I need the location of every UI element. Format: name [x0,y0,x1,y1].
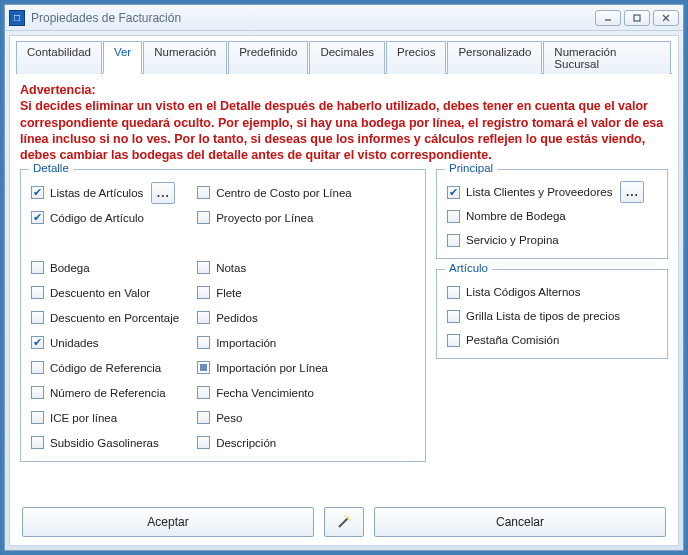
close-button[interactable] [653,10,679,26]
checkbox-label: Código de Artículo [50,212,144,224]
warning-body: Si decides eliminar un visto en el Detal… [20,99,663,162]
tab-ver[interactable]: Ver [103,41,142,74]
checkbox-label: Listas de Artículos [50,187,143,199]
checkbox-label: Proyecto por Línea [216,212,313,224]
dialog-buttons: Aceptar Cancelar [16,497,672,539]
checkbox[interactable] [31,411,44,424]
checkbox[interactable] [447,310,460,323]
svg-line-4 [339,518,348,527]
checkbox[interactable] [31,436,44,449]
checkbox-label: Flete [216,287,242,299]
legend-articulo: Artículo [445,262,492,274]
tab-precios[interactable]: Precios [386,41,446,74]
checkbox[interactable] [197,411,210,424]
window-title: Propiedades de Facturación [31,11,592,25]
checkbox-row: Importación [197,330,352,355]
svg-rect-1 [634,15,640,21]
checkbox-row: Lista Códigos Alternos [447,280,657,304]
checkbox-row: Importación por Línea [197,355,352,380]
checkbox[interactable] [31,211,44,224]
checkbox-label: Unidades [50,337,99,349]
checkbox[interactable] [197,186,210,199]
checkbox[interactable] [31,186,44,199]
checkbox[interactable] [447,210,460,223]
checkbox[interactable] [447,234,460,247]
legend-principal: Principal [445,162,497,174]
group-detalle: Detalle Listas de Artículos...Código de … [20,169,426,462]
checkbox[interactable] [197,361,210,374]
checkbox-label: Código de Referencia [50,362,161,374]
tab-strip: Contabilidad Ver Numeración Predefinido … [16,40,672,74]
checkbox[interactable] [197,436,210,449]
checkbox-row: Listas de Artículos... [31,180,179,205]
checkbox-row: Proyecto por Línea [197,205,352,230]
checkbox-row: ICE por línea [31,405,179,430]
groups: Detalle Listas de Artículos...Código de … [16,169,672,462]
checkbox-row: Descuento en Valor [31,280,179,305]
checkbox[interactable] [31,311,44,324]
tab-predefinido[interactable]: Predefinido [228,41,308,74]
checkbox-row: Número de Referencia [31,380,179,405]
window: □ Propiedades de Facturación Contabilida… [4,4,684,551]
group-principal: Principal Lista Clientes y Proveedores..… [436,169,668,259]
checkbox-row: Centro de Costo por Línea [197,180,352,205]
checkbox-label: Centro de Costo por Línea [216,187,352,199]
app-icon: □ [9,10,25,26]
checkbox-row [197,230,352,255]
checkbox-row: Grilla Lista de tipos de precios [447,304,657,328]
checkbox[interactable] [447,286,460,299]
checkbox-label: Lista Clientes y Proveedores [466,186,612,198]
checkbox-row: Pedidos [197,305,352,330]
checkbox-row: Descripción [197,430,352,455]
accept-button[interactable]: Aceptar [22,507,314,537]
checkbox-row: Servicio y Propina [447,228,657,252]
checkbox[interactable] [197,336,210,349]
checkbox-row: Bodega [31,255,179,280]
checkbox[interactable] [197,211,210,224]
checkbox-label: Servicio y Propina [466,234,559,246]
checkbox-label: Importación por Línea [216,362,328,374]
detalle-col2: Centro de Costo por LíneaProyecto por Lí… [197,180,352,455]
minimize-button[interactable] [595,10,621,26]
checkbox[interactable] [31,286,44,299]
tab-contabilidad[interactable]: Contabilidad [16,41,102,74]
checkbox-label: Importación [216,337,276,349]
cancel-button[interactable]: Cancelar [374,507,666,537]
checkbox[interactable] [31,261,44,274]
checkbox-row: Lista Clientes y Proveedores... [447,180,657,204]
checkbox-label: Descuento en Porcentaje [50,312,179,324]
checkbox-label: Notas [216,262,246,274]
checkbox-label: Bodega [50,262,90,274]
tab-numeracion-sucursal[interactable]: Numeración Sucursal [543,41,671,74]
wizard-button[interactable] [324,507,364,537]
principal-more-button[interactable]: ... [620,181,644,203]
tab-decimales[interactable]: Decimales [309,41,385,74]
checkbox[interactable] [197,311,210,324]
checkbox[interactable] [197,261,210,274]
checkbox-label: Fecha Vencimiento [216,387,314,399]
checkbox-label: Subsidio Gasolineras [50,437,159,449]
checkbox[interactable] [447,334,460,347]
tab-numeracion[interactable]: Numeración [143,41,227,74]
checkbox-row: Descuento en Porcentaje [31,305,179,330]
checkbox[interactable] [31,386,44,399]
checkbox-label: Nombre de Bodega [466,210,566,222]
checkbox-row: Peso [197,405,352,430]
checkbox-row: Pestaña Comisión [447,328,657,352]
detalle-col1: Listas de Artículos...Código de Artículo… [31,180,179,455]
maximize-button[interactable] [624,10,650,26]
svg-point-5 [347,517,349,519]
checkbox[interactable] [31,336,44,349]
checkbox-label: Lista Códigos Alternos [466,286,580,298]
legend-detalle: Detalle [29,162,73,174]
checkbox[interactable] [447,186,460,199]
detalle-more-button[interactable]: ... [151,182,175,204]
checkbox-label: ICE por línea [50,412,117,424]
checkbox-label: Número de Referencia [50,387,166,399]
checkbox[interactable] [197,286,210,299]
checkbox[interactable] [31,361,44,374]
checkbox[interactable] [197,386,210,399]
checkbox-label: Descripción [216,437,276,449]
tab-personalizado[interactable]: Personalizado [447,41,542,74]
client-area: Contabilidad Ver Numeración Predefinido … [9,35,679,546]
